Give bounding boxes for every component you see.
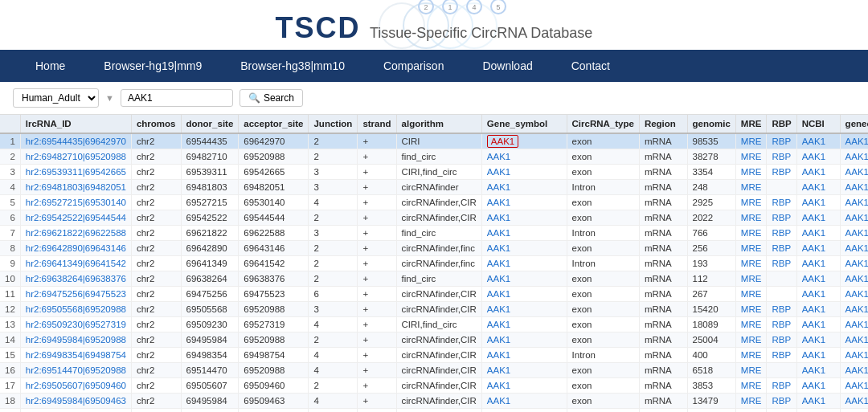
genecards-link[interactable]: AAK1 (840, 195, 868, 210)
genecards-link[interactable]: AAK1 (840, 149, 868, 165)
ncbi-link[interactable]: AAK1 (796, 180, 840, 195)
gene-symbol-link[interactable]: AAK1 (487, 259, 510, 268)
lrcrna-id[interactable]: hr2:69542522|69544544 (20, 210, 131, 226)
ncbi-link[interactable]: AAK1 (796, 226, 840, 241)
genecards-link[interactable]: AAK1 (840, 363, 868, 378)
mre-link[interactable]: MRE (735, 149, 767, 165)
mre-link[interactable]: MRE (735, 271, 767, 287)
gene-symbol[interactable]: AAK1 (481, 195, 567, 210)
nav-contact[interactable]: Contact (552, 50, 629, 82)
gene-symbol[interactable]: AAK1 (481, 271, 567, 287)
genecards-link[interactable]: AAK1 (840, 241, 868, 256)
gene-symbol-link[interactable]: AAK1 (487, 182, 510, 192)
mre-link[interactable]: MRE (735, 195, 767, 210)
gene-symbol-link[interactable]: AAK1 (487, 350, 510, 360)
gene-symbol[interactable]: AAK1 (481, 378, 567, 394)
ncbi-link[interactable]: AAK1 (796, 195, 840, 210)
gene-symbol[interactable]: AAK1 (481, 348, 567, 363)
gene-symbol-link[interactable]: AAK1 (487, 152, 510, 161)
genecards-link[interactable]: AAK1 (840, 271, 868, 287)
gene-symbol[interactable]: AAK1 (481, 302, 567, 317)
mre-link[interactable]: MRE (735, 180, 767, 195)
ncbi-link[interactable]: AAK1 (796, 317, 840, 332)
gene-symbol-link[interactable]: AAK1 (487, 335, 510, 345)
ncbi-link[interactable]: AAK1 (796, 363, 840, 378)
gene-symbol-link[interactable]: AAK1 (487, 228, 510, 238)
rbp-link[interactable]: RBP (767, 256, 796, 271)
rbp-link[interactable]: RBP (767, 210, 796, 226)
gene-symbol-link[interactable]: AAK1 (487, 213, 510, 222)
genecards-link[interactable]: AAK1 (840, 287, 868, 302)
rbp-link[interactable]: RBP (767, 409, 796, 413)
gene-symbol[interactable]: AAK1 (481, 210, 567, 226)
genecards-link[interactable]: AAK1 (840, 165, 868, 180)
lrcrna-id[interactable]: hr2:69539311|69542665 (20, 165, 131, 180)
rbp-link[interactable]: RBP (767, 348, 796, 363)
mre-link[interactable]: MRE (735, 332, 767, 348)
mre-link[interactable]: MRE (735, 133, 767, 149)
mre-link[interactable]: MRE (735, 226, 767, 241)
lrcrna-id[interactable]: hr2:69509230|69527319 (20, 317, 131, 332)
rbp-link[interactable]: RBP (767, 133, 796, 149)
rbp-link[interactable]: RBP (767, 165, 796, 180)
gene-symbol-link[interactable]: AAK1 (487, 243, 510, 253)
genecards-link[interactable]: AAK1 (840, 317, 868, 332)
gene-symbol[interactable]: AAK1 (481, 241, 567, 256)
ncbi-link[interactable]: AAK1 (796, 378, 840, 394)
rbp-link[interactable]: RBP (767, 226, 796, 241)
gene-symbol[interactable]: AAK1 (481, 394, 567, 409)
rbp-link[interactable] (767, 287, 796, 302)
genecards-link[interactable]: AAK1 (840, 133, 868, 149)
gene-symbol-link[interactable]: AAK1 (487, 198, 510, 207)
mre-link[interactable]: MRE (735, 363, 767, 378)
gene-symbol-link[interactable]: AAK1 (487, 274, 510, 284)
rbp-link[interactable]: RBP (767, 302, 796, 317)
gene-symbol[interactable]: AAK1 (481, 332, 567, 348)
mre-link[interactable]: MRE (735, 394, 767, 409)
nav-download[interactable]: Download (463, 50, 551, 82)
lrcrna-id[interactable]: hr2:69505607|69509460 (20, 378, 131, 394)
mre-link[interactable]: MRE (735, 241, 767, 256)
rbp-link[interactable] (767, 363, 796, 378)
gene-symbol-link[interactable]: AAK1 (487, 289, 510, 299)
lrcrna-id[interactable]: hr2:69482710|69520988 (20, 149, 131, 165)
lrcrna-id[interactable]: hr2:69514470|69520988 (20, 363, 131, 378)
gene-symbol-link[interactable]: AAK1 (487, 304, 510, 314)
ncbi-link[interactable]: AAK1 (796, 302, 840, 317)
mre-link[interactable]: MRE (735, 165, 767, 180)
lrcrna-id[interactable]: hr2:69458068|69459526 (20, 409, 131, 413)
ncbi-link[interactable]: AAK1 (796, 348, 840, 363)
ncbi-link[interactable]: AAK1 (796, 165, 840, 180)
genecards-link[interactable]: AAK1 (840, 256, 868, 271)
mre-link[interactable]: MRE (735, 302, 767, 317)
gene-symbol[interactable]: AAK1 (481, 287, 567, 302)
gene-symbol-link[interactable]: AAK1 (487, 320, 510, 329)
rbp-link[interactable]: RBP (767, 317, 796, 332)
gene-symbol-link[interactable]: AAK1 (487, 381, 510, 390)
ncbi-link[interactable]: AAK1 (796, 256, 840, 271)
mre-link[interactable]: MRE (735, 378, 767, 394)
gene-symbol[interactable]: AAK1 (481, 317, 567, 332)
gene-symbol[interactable]: AAK1,RP11-427H (481, 409, 567, 413)
search-button[interactable]: 🔍 Search (240, 89, 303, 107)
search-input[interactable] (121, 89, 233, 107)
gene-symbol[interactable]: AAK1 (481, 256, 567, 271)
lrcrna-id[interactable]: hr2:69475256|69475523 (20, 287, 131, 302)
lrcrna-id[interactable]: hr2:69505568|69520988 (20, 302, 131, 317)
genecards-link[interactable]: AAK1 (840, 348, 868, 363)
gene-symbol[interactable]: AAK1 (481, 226, 567, 241)
lrcrna-id[interactable]: hr2:69527215|69530140 (20, 195, 131, 210)
gene-symbol[interactable]: AAK1 (481, 149, 567, 165)
nav-home[interactable]: Home (16, 50, 84, 82)
gene-symbol-link[interactable]: AAK1 (487, 365, 510, 375)
genecards-link[interactable]: AAK1 (840, 226, 868, 241)
lrcrna-id[interactable]: hr2:69498354|69498754 (20, 348, 131, 363)
ncbi-link[interactable]: AAK1 (796, 241, 840, 256)
ncbi-link[interactable]: AAK1 (796, 133, 840, 149)
genecards-link[interactable]: AAK1 (840, 210, 868, 226)
genecards-link[interactable]: AAK1 (840, 394, 868, 409)
lrcrna-id[interactable]: hr2:69641349|69641542 (20, 256, 131, 271)
lrcrna-id[interactable]: hr2:69642890|69643146 (20, 241, 131, 256)
lrcrna-id[interactable]: hr2:69544435|69642970 (20, 133, 131, 149)
mre-link[interactable]: MRE (735, 256, 767, 271)
